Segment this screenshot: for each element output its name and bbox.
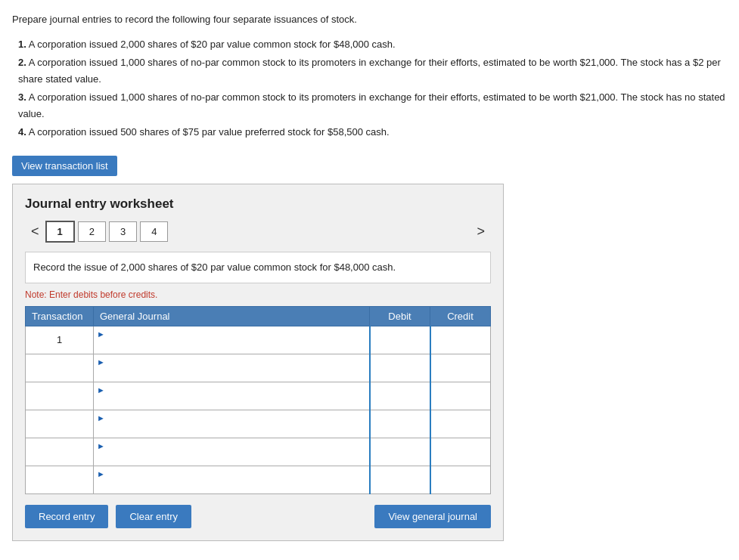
debit-cell-2[interactable] [370, 354, 430, 382]
journal-table: Transaction General Journal Debit Credit… [25, 306, 491, 494]
general-journal-input-3[interactable] [97, 395, 366, 408]
intro-heading: Prepare journal entries to record the fo… [12, 12, 727, 27]
general-journal-cell-4[interactable]: ► [94, 410, 370, 438]
row-arrow-2: ► [97, 357, 105, 367]
debit-cell-6[interactable] [370, 466, 430, 493]
transaction-cell-3 [26, 382, 94, 410]
tab-navigation: < 1 2 3 4 > [25, 221, 491, 243]
credit-input-1[interactable] [434, 333, 488, 346]
transaction-description: Record the issue of 2,000 shares of $20 … [25, 252, 491, 283]
general-journal-cell-2[interactable]: ► [94, 354, 370, 382]
row-arrow-1: ► [97, 330, 105, 339]
general-journal-input-4[interactable] [97, 423, 366, 436]
debit-cell-4[interactable] [370, 410, 430, 438]
general-journal-input-2[interactable] [97, 367, 366, 380]
nav-left-arrow[interactable]: < [25, 222, 45, 241]
general-journal-input-1[interactable] [97, 339, 366, 352]
credit-cell-6[interactable] [430, 466, 491, 493]
credit-cell-2[interactable] [430, 354, 491, 382]
description-text: Record the issue of 2,000 shares of $20 … [33, 261, 396, 273]
debit-cell-1[interactable] [370, 326, 430, 354]
note-text: Note: Enter debits before credits. [25, 289, 491, 300]
intro-item-4: 4. A corporation issued 500 shares of $7… [18, 124, 727, 141]
general-journal-cell-1[interactable]: ► [94, 326, 370, 354]
transaction-cell-5 [26, 438, 94, 466]
tab-4[interactable]: 4 [140, 221, 168, 242]
clear-entry-button[interactable]: Clear entry [116, 505, 191, 528]
intro-section: Prepare journal entries to record the fo… [12, 12, 727, 141]
view-general-journal-button[interactable]: View general journal [374, 505, 491, 528]
tab-2[interactable]: 2 [78, 221, 106, 242]
table-row: 1 ► [26, 326, 491, 354]
general-journal-input-6[interactable] [97, 479, 366, 492]
transaction-cell-1: 1 [26, 326, 94, 354]
debit-cell-3[interactable] [370, 382, 430, 410]
debit-input-4[interactable] [374, 417, 427, 430]
intro-item-1: 1. A corporation issued 2,000 shares of … [18, 36, 727, 53]
debit-input-1[interactable] [374, 333, 427, 346]
worksheet-title: Journal entry worksheet [25, 196, 491, 212]
general-journal-input-5[interactable] [97, 451, 366, 464]
record-entry-button[interactable]: Record entry [25, 505, 108, 528]
credit-input-4[interactable] [434, 417, 488, 430]
general-journal-cell-3[interactable]: ► [94, 382, 370, 410]
table-row: ► [26, 354, 491, 382]
action-buttons: Record entry Clear entry View general jo… [25, 505, 491, 528]
nav-right-arrow[interactable]: > [470, 222, 491, 241]
debit-input-6[interactable] [374, 473, 427, 486]
table-row: ► [26, 466, 491, 493]
header-credit: Credit [430, 306, 491, 326]
credit-input-6[interactable] [434, 473, 488, 486]
transaction-cell-6 [26, 466, 94, 493]
tab-3[interactable]: 3 [109, 221, 137, 242]
row-arrow-3: ► [97, 385, 105, 394]
row-arrow-6: ► [97, 469, 105, 478]
credit-input-2[interactable] [434, 361, 488, 374]
credit-input-3[interactable] [434, 389, 488, 402]
tab-1[interactable]: 1 [45, 221, 75, 243]
worksheet-container: Journal entry worksheet < 1 2 3 4 > Reco… [12, 184, 504, 541]
credit-cell-5[interactable] [430, 438, 491, 466]
debit-input-3[interactable] [374, 389, 427, 402]
intro-list: 1. A corporation issued 2,000 shares of … [18, 36, 727, 141]
view-transaction-button[interactable]: View transaction list [12, 156, 117, 176]
transaction-cell-4 [26, 410, 94, 438]
header-transaction: Transaction [26, 306, 94, 326]
credit-cell-3[interactable] [430, 382, 491, 410]
credit-input-5[interactable] [434, 445, 488, 458]
header-debit: Debit [370, 306, 430, 326]
intro-item-3: 3. A corporation issued 1,000 shares of … [18, 89, 727, 122]
credit-cell-1[interactable] [430, 326, 491, 354]
table-row: ► [26, 410, 491, 438]
intro-item-2: 2. A corporation issued 1,000 shares of … [18, 54, 727, 88]
debit-input-5[interactable] [374, 445, 427, 458]
general-journal-cell-6[interactable]: ► [94, 466, 370, 493]
table-row: ► [26, 438, 491, 466]
debit-input-2[interactable] [374, 361, 427, 374]
row-arrow-5: ► [97, 441, 105, 450]
header-general-journal: General Journal [94, 306, 370, 326]
row-arrow-4: ► [97, 413, 105, 422]
credit-cell-4[interactable] [430, 410, 491, 438]
table-row: ► [26, 382, 491, 410]
debit-cell-5[interactable] [370, 438, 430, 466]
general-journal-cell-5[interactable]: ► [94, 438, 370, 466]
transaction-cell-2 [26, 354, 94, 382]
